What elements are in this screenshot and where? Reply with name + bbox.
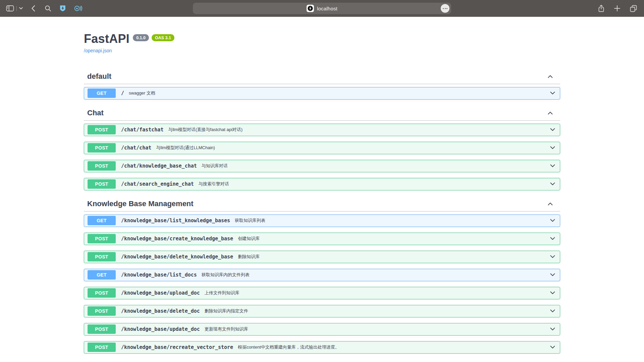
operation-path: /knowledge_base/upload_doc <box>121 290 200 296</box>
operation-row[interactable]: POST /knowledge_base/upload_doc 上传文件到知识库 <box>84 287 560 299</box>
ripple-extension-icon[interactable] <box>74 5 83 12</box>
tab-overview-icon[interactable] <box>630 5 637 12</box>
api-sections: default GET / swagger 文档 Chat <box>84 69 560 354</box>
section-header[interactable]: default <box>84 69 560 84</box>
operation-description: swagger 文档 <box>129 90 155 96</box>
section-header[interactable]: Chat <box>84 106 560 121</box>
operation-path: /chat/chat <box>121 145 151 151</box>
operation-path: /chat/knowledge_base_chat <box>121 163 197 169</box>
content-wrapper: FastAPI 0.1.0 OAS 3.1 /openapi.json defa… <box>84 17 560 354</box>
chevron-down-icon[interactable] <box>549 236 556 241</box>
chevron-down-icon[interactable] <box>549 91 556 96</box>
operation-description: 删除知识库 <box>238 254 260 260</box>
shield-extension-icon[interactable] <box>59 5 66 12</box>
address-bar[interactable]: localhost <box>193 3 451 14</box>
chevron-down-icon[interactable] <box>549 127 556 132</box>
share-icon[interactable] <box>598 4 605 12</box>
method-badge: POST <box>88 306 116 316</box>
operation-row[interactable]: GET /knowledge_base/list_docs 获取知识库内的文件列… <box>84 269 560 281</box>
method-badge: POST <box>88 234 116 243</box>
method-badge: GET <box>88 216 116 225</box>
section-title: Knowledge Base Management <box>87 199 194 208</box>
operation-path: /knowledge_base/recreate_vector_store <box>121 344 233 350</box>
chevron-down-icon[interactable] <box>549 164 556 168</box>
sidebar-icon[interactable] <box>6 5 14 12</box>
method-badge: POST <box>88 161 116 171</box>
page-title: FastAPI <box>84 32 129 46</box>
chevron-up-icon[interactable] <box>547 111 553 115</box>
operations-list: POST /chat/fastchat 与llm模型对话(直接与fastchat… <box>84 121 560 190</box>
operation-row[interactable]: GET / swagger 文档 <box>84 87 560 100</box>
operation-description: 与搜索引擎对话 <box>199 181 229 187</box>
site-favicon <box>307 5 314 12</box>
method-badge: POST <box>88 179 116 189</box>
operation-path: / <box>121 90 124 96</box>
method-badge: POST <box>88 125 116 134</box>
operation-description: 与llm模型对话(直接与fastchat api对话) <box>168 127 243 133</box>
api-info: FastAPI 0.1.0 OAS 3.1 /openapi.json <box>84 17 560 54</box>
chevron-down-icon[interactable] <box>549 273 556 277</box>
operation-path: /knowledge_base/create_knowledge_base <box>121 236 233 242</box>
method-badge: POST <box>88 143 116 153</box>
operation-path: /knowledge_base/update_doc <box>121 326 200 332</box>
title-row: FastAPI 0.1.0 OAS 3.1 <box>84 32 560 46</box>
chevron-down-icon[interactable] <box>549 327 556 331</box>
toolbar-divider <box>16 6 17 11</box>
chevron-up-icon[interactable] <box>547 74 553 79</box>
chevron-up-icon[interactable] <box>547 201 553 206</box>
operation-row[interactable]: POST /knowledge_base/delete_knowledge_ba… <box>84 251 560 263</box>
operation-row[interactable]: POST /knowledge_base/delete_doc 删除知识库内指定… <box>84 305 560 317</box>
operation-description: 与llm模型对话(通过LLMChain) <box>156 145 215 151</box>
swagger-ui-page: FastAPI 0.1.0 OAS 3.1 /openapi.json defa… <box>0 17 644 362</box>
operation-path: /knowledge_base/delete_doc <box>121 308 200 314</box>
toolbar-right-group <box>598 0 637 17</box>
browser-toolbar: localhost <box>0 0 644 17</box>
operation-row[interactable]: POST /knowledge_base/create_knowledge_ba… <box>84 233 560 245</box>
operation-description: 删除知识库内指定文件 <box>205 308 248 314</box>
chevron-down-icon[interactable] <box>549 345 556 350</box>
operation-description: 创建知识库 <box>238 236 260 242</box>
operation-path: /knowledge_base/delete_knowledge_base <box>121 254 233 260</box>
version-badge: 0.1.0 <box>133 34 149 41</box>
chevron-down-icon[interactable] <box>549 182 556 186</box>
new-tab-icon[interactable] <box>614 5 621 12</box>
operation-row[interactable]: POST /chat/knowledge_base_chat 与知识库对话 <box>84 160 560 172</box>
method-badge: GET <box>88 88 116 98</box>
operation-row[interactable]: POST /chat/search_engine_chat 与搜索引擎对话 <box>84 178 560 190</box>
api-tag-section: default GET / swagger 文档 <box>84 69 560 100</box>
address-text: localhost <box>317 6 337 11</box>
chevron-down-icon[interactable] <box>549 291 556 295</box>
operation-description: 上传文件到知识库 <box>205 290 239 296</box>
method-badge: GET <box>88 270 116 280</box>
operation-row[interactable]: POST /chat/chat 与llm模型对话(通过LLMChain) <box>84 142 560 154</box>
operation-row[interactable]: POST /knowledge_base/recreate_vector_sto… <box>84 341 560 354</box>
chevron-down-icon[interactable] <box>549 309 556 313</box>
toolbar-left-group <box>6 0 83 17</box>
oas-badge: OAS 3.1 <box>152 34 174 41</box>
section-header[interactable]: Knowledge Base Management <box>84 196 560 212</box>
more-options-icon[interactable] <box>441 4 449 13</box>
operation-description: 更新现有文件到知识库 <box>205 326 248 332</box>
search-icon[interactable] <box>44 5 52 12</box>
back-icon[interactable] <box>30 5 37 12</box>
operation-row[interactable]: GET /knowledge_base/list_knowledge_bases… <box>84 215 560 227</box>
operation-path: /knowledge_base/list_knowledge_bases <box>121 218 230 224</box>
operation-path: /chat/search_engine_chat <box>121 181 194 187</box>
operation-row[interactable]: POST /chat/fastchat 与llm模型对话(直接与fastchat… <box>84 124 560 136</box>
operation-description: 根据content中文档重建向量库，流式输出处理进度。 <box>238 344 339 350</box>
operations-list: GET / swagger 文档 <box>84 84 560 100</box>
method-badge: POST <box>88 252 116 261</box>
operation-path: /chat/fastchat <box>121 127 163 133</box>
operations-list: GET /knowledge_base/list_knowledge_bases… <box>84 212 560 354</box>
openapi-spec-link[interactable]: /openapi.json <box>84 48 112 53</box>
operation-row[interactable]: POST /knowledge_base/update_doc 更新现有文件到知… <box>84 323 560 336</box>
chevron-down-icon[interactable] <box>549 145 556 150</box>
operation-description: 获取知识库内的文件列表 <box>202 272 250 278</box>
chevron-down-icon[interactable] <box>549 218 556 223</box>
api-tag-section: Knowledge Base Management GET /knowledge… <box>84 196 560 354</box>
api-tag-section: Chat POST /chat/fastchat 与llm模型对话(直接与fas… <box>84 106 560 190</box>
chevron-down-icon[interactable] <box>19 7 23 10</box>
method-badge: POST <box>88 343 116 352</box>
sidebar-toggle-group <box>6 5 23 12</box>
chevron-down-icon[interactable] <box>549 254 556 259</box>
